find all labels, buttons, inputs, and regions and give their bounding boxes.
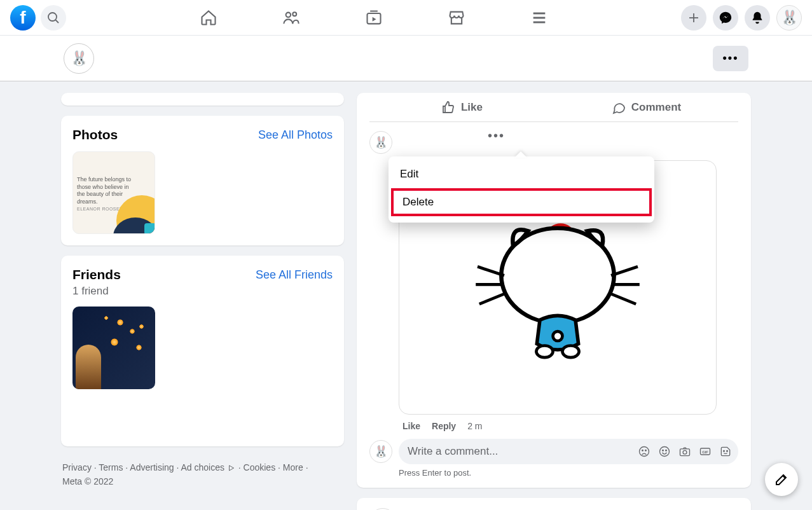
svg-line-19 [610, 293, 636, 304]
profile-subnav: 🐰 ••• [0, 36, 812, 81]
friends-card: Friends See All Friends 1 friend [61, 256, 344, 446]
home-icon [200, 9, 217, 27]
messenger-button[interactable] [713, 5, 738, 31]
next-post-card: 🐰 updated her profile picture. ••• [357, 498, 751, 510]
comment-input-icons: GIF [638, 445, 732, 458]
comment-options-menu: Edit Delete [389, 156, 654, 223]
search-icon [46, 10, 61, 25]
post-card: Like Comment 🐰 ••• Edit Delete [357, 93, 751, 488]
compose-icon [774, 472, 789, 487]
avatar-sticker-icon[interactable] [638, 445, 650, 458]
svg-line-1 [55, 20, 58, 23]
svg-point-21 [536, 345, 553, 357]
right-nav: 🐰 [681, 5, 802, 31]
footer-more[interactable]: More [283, 462, 303, 472]
footer-links: Privacy · Terms · Advertising · Ad choic… [61, 457, 344, 493]
post-action-bar: Like Comment [369, 93, 738, 122]
sticker-icon[interactable] [719, 445, 732, 458]
photos-card: Photos See All Photos The future belongs… [61, 116, 344, 245]
marketplace-icon [448, 9, 465, 27]
nav-menu[interactable] [520, 3, 558, 33]
friends-title: Friends [72, 267, 121, 282]
svg-point-20 [553, 331, 563, 341]
hamburger-icon [530, 9, 548, 27]
dots-icon: ••• [723, 52, 739, 65]
svg-point-2 [286, 12, 290, 17]
facebook-logo[interactable]: f [10, 5, 36, 31]
feed-column: Like Comment 🐰 ••• Edit Delete [357, 93, 751, 510]
write-comment-row: 🐰 Write a comment... GIF [369, 439, 738, 464]
svg-point-30 [683, 450, 687, 454]
like-icon [441, 100, 456, 115]
footer-adchoices[interactable]: Ad choices [181, 462, 224, 472]
see-all-friends-link[interactable]: See All Friends [256, 268, 333, 282]
svg-line-16 [479, 293, 506, 304]
photos-title: Photos [72, 127, 118, 142]
comment-actions: Like Reply 2 m [403, 421, 738, 431]
footer-cookies[interactable]: Cookies [244, 462, 276, 472]
svg-text:GIF: GIF [702, 450, 708, 454]
svg-point-33 [724, 450, 725, 451]
avatar-glyph: 🐰 [781, 10, 798, 26]
menu-edit[interactable]: Edit [389, 162, 654, 187]
header-avatar[interactable]: 🐰 [776, 5, 802, 31]
intro-card-stub [61, 93, 344, 106]
svg-marker-5 [372, 17, 376, 21]
svg-point-25 [645, 450, 647, 451]
notifications-button[interactable] [745, 5, 770, 31]
profile-subnav-avatar[interactable]: 🐰 [64, 43, 94, 74]
nav-watch[interactable] [355, 3, 393, 33]
nav-friends[interactable] [272, 3, 310, 33]
like-label: Like [461, 101, 483, 114]
comment-button[interactable]: Comment [554, 93, 738, 121]
camera-icon[interactable] [678, 445, 691, 458]
photo-thumbnail[interactable]: The future belongs to those who believe … [72, 151, 155, 234]
svg-point-24 [642, 450, 643, 451]
friends-count: 1 friend [72, 285, 333, 298]
svg-point-3 [292, 12, 296, 16]
friend-thumbnail[interactable] [72, 307, 155, 389]
svg-point-27 [663, 450, 664, 451]
friends-icon [282, 9, 300, 27]
hello-kitty-sticker [469, 198, 647, 376]
emoji-icon[interactable] [658, 445, 671, 458]
search-button[interactable] [41, 5, 66, 31]
comment-input[interactable]: Write a comment... GIF [399, 439, 738, 464]
svg-point-26 [660, 447, 670, 457]
svg-point-28 [666, 450, 667, 451]
bell-icon [750, 11, 764, 25]
enter-to-post-hint: Press Enter to post. [399, 468, 738, 478]
adchoices-icon [227, 464, 236, 472]
footer-privacy[interactable]: Privacy [62, 462, 92, 472]
comment-placeholder: Write a comment... [408, 445, 498, 458]
gif-icon[interactable]: GIF [699, 445, 712, 458]
comment-reply-link[interactable]: Reply [432, 421, 456, 431]
avatar-glyph: 🐰 [374, 445, 388, 458]
comment-label: Comment [631, 101, 681, 114]
nav-marketplace[interactable] [437, 3, 476, 33]
compose-fab[interactable] [765, 463, 798, 496]
top-navbar: f 🐰 [0, 0, 812, 36]
center-nav [66, 3, 681, 33]
comment-avatar[interactable]: 🐰 [369, 131, 392, 154]
footer-advertising[interactable]: Advertising [130, 462, 174, 472]
page-content: Photos See All Photos The future belongs… [0, 81, 812, 510]
comment-options-button[interactable]: ••• [488, 128, 505, 154]
menu-delete[interactable]: Delete [391, 188, 652, 216]
footer-terms[interactable]: Terms [99, 462, 123, 472]
left-sidebar: Photos See All Photos The future belongs… [61, 93, 344, 510]
svg-point-23 [640, 447, 649, 457]
messenger-icon [719, 11, 733, 25]
avatar-glyph: 🐰 [374, 135, 388, 149]
nav-home[interactable] [189, 3, 228, 33]
see-all-photos-link[interactable]: See All Photos [258, 128, 333, 142]
create-button[interactable] [681, 5, 706, 31]
like-button[interactable]: Like [369, 93, 554, 121]
comment-row: 🐰 ••• Edit Delete [369, 131, 738, 154]
svg-point-22 [562, 345, 579, 357]
profile-more-button[interactable]: ••• [713, 46, 748, 71]
svg-point-0 [48, 13, 57, 21]
write-avatar[interactable]: 🐰 [369, 440, 392, 463]
comment-icon [611, 100, 626, 115]
comment-like-link[interactable]: Like [403, 421, 420, 431]
